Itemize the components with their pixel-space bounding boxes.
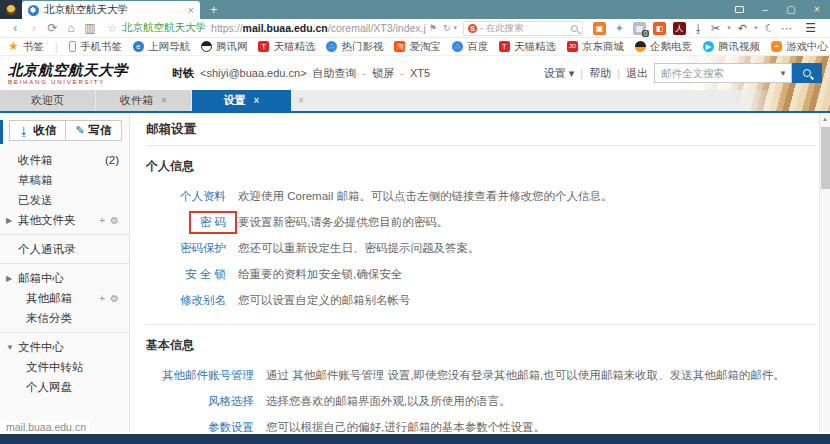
chevron-down-icon[interactable]: ▾ — [453, 24, 457, 32]
mail-search-input[interactable] — [654, 63, 792, 83]
browser-search-box[interactable]: S - 在此搜索 — [463, 21, 583, 36]
extension-game-icon[interactable]: ▣ — [593, 22, 606, 35]
extension-puzzle-icon[interactable]: ▦0 — [633, 22, 646, 35]
bookmark-item[interactable]: e上网导航 — [133, 40, 190, 54]
back-button[interactable]: ‹ — [6, 20, 25, 37]
compose-button[interactable]: ✎写信 — [66, 120, 122, 141]
params-link[interactable]: 参数设置 — [146, 420, 254, 432]
refresh-button[interactable]: ⟳ — [43, 20, 62, 37]
scroll-thumb[interactable] — [821, 127, 830, 189]
add-folder-icon[interactable]: + — [99, 215, 105, 226]
bookmark-item[interactable]: 手机书签 — [69, 40, 122, 54]
address-bar[interactable]: ☆ 北京航空航天大学 https://mail.buaa.edu.cn/core… — [107, 21, 426, 35]
security-lock-link[interactable]: 安 全 锁 — [146, 267, 226, 282]
feedback-icon[interactable] — [726, 4, 752, 15]
add-account-icon[interactable]: + — [99, 293, 105, 304]
tab-welcome[interactable]: 欢迎页 — [0, 90, 96, 111]
maximize-button[interactable]: ▢ — [778, 4, 804, 15]
penguin-esports-icon — [635, 41, 646, 52]
scrollbar[interactable]: ▲ — [819, 113, 830, 432]
password-highlight-box: 密 码 — [189, 211, 237, 234]
bookmark-item[interactable]: ∴百度 — [452, 40, 488, 54]
scissors-icon[interactable]: ✂ — [711, 22, 720, 35]
bookmark-item[interactable]: ∴热门影视 — [326, 40, 383, 54]
minimize-button[interactable]: – — [752, 4, 778, 15]
share-icon[interactable]: ↻ — [440, 23, 454, 33]
lock-screen-link[interactable]: 锁屏 — [372, 66, 394, 81]
help-link[interactable]: 帮助 — [589, 66, 611, 81]
bookmark-item[interactable]: JD京东商城 — [567, 40, 624, 54]
tab-close-all-icon[interactable]: × — [292, 90, 310, 111]
search-icon[interactable] — [571, 25, 578, 32]
undo-icon[interactable]: ↶ — [738, 22, 747, 35]
sidebar-item-drafts[interactable]: 草稿箱 — [0, 170, 129, 190]
tmall-icon: T — [499, 41, 510, 52]
gear-icon[interactable]: ⚙ — [110, 293, 119, 304]
gear-icon[interactable]: ⚙ — [110, 215, 119, 226]
bookmark-item[interactable]: 淘爱淘宝 — [394, 40, 441, 54]
scroll-up-icon[interactable]: ▲ — [820, 113, 830, 122]
receive-mail-button[interactable]: ⭳收信 — [9, 120, 66, 141]
new-tab-button[interactable]: + — [200, 0, 228, 19]
sidebar-item-contacts[interactable]: 个人通讯录 — [0, 239, 129, 259]
extension-bird-icon[interactable]: ✦ — [613, 22, 626, 35]
divider — [0, 263, 129, 264]
profile-link[interactable]: 个人资料 — [146, 189, 226, 204]
tab-settings[interactable]: 设置× — [192, 90, 292, 111]
tab-inbox[interactable]: 收件箱× — [96, 90, 192, 111]
style-select-link[interactable]: 风格选择 — [146, 394, 254, 409]
forward-button[interactable]: › — [25, 20, 44, 37]
xt5-link[interactable]: XT5 — [410, 67, 430, 79]
bookmark-item[interactable]: 腾讯网 — [201, 40, 248, 54]
search-engine-icon[interactable]: S — [468, 24, 477, 33]
sidebar-item-incoming-rules[interactable]: 来信分类 — [0, 308, 129, 328]
favorite-star-icon[interactable]: ☆ — [107, 22, 117, 35]
bookmark-item[interactable]: T天猫精选 — [258, 40, 315, 54]
more-icon[interactable]: ⋯ — [781, 22, 792, 35]
bookmark-item[interactable]: ◓游戏中心 — [771, 40, 828, 54]
settings-menu[interactable]: 设置 ▾ — [544, 66, 575, 81]
sidebar-item-other-folders[interactable]: ▶其他文件夹+⚙ — [0, 210, 129, 230]
search-icon — [803, 69, 811, 77]
tab-close-icon[interactable]: × — [161, 95, 167, 106]
modify-alias-link[interactable]: 修改别名 — [146, 293, 226, 308]
tab-close-icon[interactable]: × — [188, 4, 194, 16]
search-scope-caret-icon[interactable]: ▼ — [779, 69, 792, 78]
sidebar-item-net-disk[interactable]: 个人网盘 — [0, 377, 129, 397]
expand-icon[interactable]: ▶ — [6, 216, 18, 225]
bookmark-item[interactable]: 企鹅电竞 — [635, 40, 692, 54]
password-protect-link[interactable]: 密码保护 — [146, 241, 226, 256]
extension-store-icon[interactable]: ◧ — [653, 22, 666, 35]
sidebar-item-other-accounts[interactable]: 其他邮箱+⚙ — [0, 288, 129, 308]
sidebar-group-mail-center[interactable]: ▶邮箱中心 — [0, 268, 129, 288]
night-mode-icon[interactable]: ☾ — [764, 22, 774, 35]
close-button[interactable]: × — [804, 4, 830, 15]
sidebar-item-sent[interactable]: 已发送 — [0, 190, 129, 210]
download-icon[interactable]: ⭳ — [693, 22, 704, 34]
reading-mode-button[interactable]: ▥ — [81, 20, 100, 37]
bookmark-item[interactable]: ★书签 — [8, 40, 44, 54]
bookmark-item[interactable]: ▶腾讯视频 — [703, 40, 760, 54]
site-name: 北京航空航天大学 — [122, 21, 206, 35]
undo-menu-caret-icon[interactable]: ▾ — [754, 24, 758, 32]
address-url[interactable]: https://mail.buaa.edu.cn/coremail/XT3/in… — [211, 22, 426, 34]
sidebar-item-file-transfer[interactable]: 文件中转站 — [0, 357, 129, 377]
browser-profile-button[interactable] — [0, 0, 22, 19]
scissors-menu-caret-icon[interactable]: ▾ — [727, 24, 731, 32]
bookmark-item[interactable]: T天猫精选 — [499, 40, 556, 54]
extension-pdf-icon[interactable]: 人 — [673, 22, 686, 35]
logout-link[interactable]: 退出 — [626, 66, 648, 81]
self-query-link[interactable]: 自助查询 — [313, 66, 357, 81]
sidebar-group-file-center[interactable]: ▼文件中心 — [0, 337, 129, 357]
browser-tab[interactable]: 北京航空航天大学 × — [22, 1, 200, 19]
flag-icon[interactable]: ⚑ — [426, 23, 440, 33]
tab-close-icon[interactable]: × — [254, 95, 260, 106]
mail-search-button[interactable] — [792, 63, 822, 83]
menu-icon[interactable]: ☰ — [805, 21, 816, 35]
other-accounts-manage-link[interactable]: 其他邮件账号管理 — [146, 368, 254, 383]
home-button[interactable]: ⌂ — [62, 20, 81, 37]
collapse-icon[interactable]: ▼ — [6, 343, 18, 352]
sidebar-item-inbox[interactable]: 收件箱(2) — [0, 150, 129, 170]
password-link[interactable]: 密 码 — [146, 215, 226, 230]
expand-icon[interactable]: ▶ — [6, 274, 18, 283]
